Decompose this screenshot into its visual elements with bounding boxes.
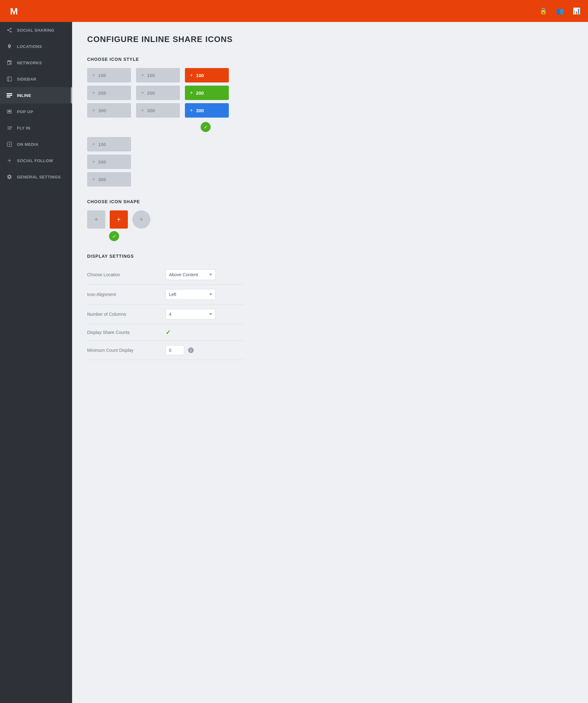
- icon-style-selected-check: ✓: [200, 122, 211, 132]
- style-roundflat-300[interactable]: + 300: [87, 172, 131, 186]
- sidebar-label-sidebar: Sidebar: [17, 77, 36, 82]
- shape-square-btn[interactable]: +: [87, 211, 105, 229]
- select-icon-alignment[interactable]: Left Center Right: [166, 289, 216, 300]
- control-display-share-counts: ✓: [166, 329, 244, 336]
- settings-row-location: Choose Location Above Content Below Cont…: [87, 265, 244, 285]
- svg-point-2: [7, 29, 9, 31]
- settings-table: Choose Location Above Content Below Cont…: [87, 265, 244, 360]
- svg-line-5: [8, 29, 10, 30]
- sidebar-label-networks: Networks: [17, 61, 42, 65]
- choose-icon-style-label: Choose Icon Style: [87, 57, 573, 62]
- icon-style-col-outline: + 100 + 200 + 300: [136, 68, 180, 132]
- sidebar-item-social-sharing[interactable]: Social Sharing: [0, 22, 72, 38]
- choose-icon-style-section: Choose Icon Style + 100 + 200 + 300: [87, 57, 573, 186]
- style-color-300[interactable]: + 300: [185, 103, 229, 118]
- shape-selected-check: ✓: [109, 231, 119, 241]
- style-flat-100[interactable]: + 100: [87, 68, 131, 82]
- location-icon: [6, 43, 12, 50]
- sidebar-label-locations: Locations: [17, 44, 42, 49]
- share-icon: [6, 27, 12, 33]
- label-choose-location: Choose Location: [87, 272, 166, 277]
- share-counts-check[interactable]: ✓: [166, 329, 171, 336]
- icon-style-grid: + 100 + 200 + 300 + 10: [87, 68, 573, 132]
- style-flat-200[interactable]: + 200: [87, 86, 131, 100]
- style-outline-100[interactable]: + 100: [136, 68, 180, 82]
- input-minimum-count[interactable]: [166, 345, 184, 355]
- shape-checkmark-row: ✓: [109, 231, 573, 241]
- label-minimum-count-display: Minimum Count Display: [87, 348, 166, 353]
- shape-circle-btn[interactable]: +: [132, 211, 151, 229]
- settings-row-min-count: Minimum Count Display i: [87, 341, 244, 360]
- control-icon-alignment: Left Center Right: [166, 289, 244, 300]
- sidebar-label-inline: Inline: [17, 93, 31, 98]
- icon-style-col-color: + 100 + 200 + 300 ✓: [185, 68, 229, 132]
- sidebar-item-social-follow[interactable]: Social Follow: [0, 152, 72, 169]
- sidebar-item-networks[interactable]: Networks: [0, 55, 72, 71]
- sidebar-item-general-settings[interactable]: General Settings: [0, 169, 72, 185]
- label-number-of-columns: Number of Columns: [87, 312, 166, 317]
- network-icon: [6, 60, 12, 66]
- control-number-of-columns: 1 2 3 4 5 6: [166, 309, 244, 319]
- page-title: Configure Inline Share Icons: [87, 34, 573, 44]
- choose-icon-shape-label: Choose Icon Shape: [87, 199, 573, 204]
- chart-icon[interactable]: 📊: [573, 7, 581, 15]
- flyin-icon: [6, 125, 12, 131]
- sidebar-item-flyin[interactable]: Fly In: [0, 120, 72, 136]
- display-settings-section: Display Settings Choose Location Above C…: [87, 254, 573, 360]
- style-color-100[interactable]: + 100: [185, 68, 229, 82]
- settings-icon: [6, 174, 12, 180]
- sidebar-label-social-sharing: Social Sharing: [17, 28, 54, 32]
- logo: M: [7, 3, 23, 19]
- sidebar-label-general-settings: General Settings: [17, 175, 61, 179]
- main-content: Configure Inline Share Icons Choose Icon…: [72, 22, 588, 703]
- style-roundflat-100[interactable]: + 100: [87, 137, 131, 151]
- style-color-200[interactable]: + 200: [185, 86, 229, 100]
- style-outline-300[interactable]: + 300: [136, 103, 180, 118]
- settings-row-icon-alignment: Icon Alignment Left Center Right: [87, 285, 244, 305]
- select-choose-location[interactable]: Above Content Below Content Both: [166, 269, 216, 280]
- sidebar-item-locations[interactable]: Locations: [0, 38, 72, 55]
- svg-rect-6: [7, 77, 12, 81]
- svg-marker-15: [9, 143, 11, 145]
- sidebar-item-sidebar[interactable]: Sidebar: [0, 71, 72, 87]
- control-minimum-count: i: [166, 345, 244, 355]
- sidebar-label-on-media: On Media: [17, 142, 38, 147]
- popup-icon: [6, 108, 12, 115]
- sidebar-icon: [6, 76, 12, 82]
- style-roundflat-200[interactable]: + 200: [87, 155, 131, 169]
- sidebar-label-flyin: Fly In: [17, 126, 30, 131]
- svg-rect-12: [8, 111, 11, 112]
- choose-icon-shape-section: Choose Icon Shape + + + ✓: [87, 199, 573, 241]
- people-icon[interactable]: 👥: [556, 7, 564, 15]
- inline-icon: [6, 92, 12, 98]
- icon-shape-row: + + +: [87, 211, 573, 229]
- settings-row-share-counts: Display Share Counts ✓: [87, 324, 244, 341]
- svg-marker-13: [11, 127, 12, 128]
- control-choose-location: Above Content Below Content Both: [166, 269, 244, 280]
- main-layout: Social Sharing Locations Networks Sideba…: [0, 22, 588, 703]
- sidebar-item-popup[interactable]: Pop Up: [0, 103, 72, 120]
- label-display-share-counts: Display Share Counts: [87, 330, 166, 335]
- sidebar-label-popup: Pop Up: [17, 109, 33, 114]
- svg-point-1: [10, 28, 12, 29]
- top-header: M 🔒 👥 📊: [0, 0, 588, 22]
- sidebar-item-inline[interactable]: Inline: [0, 87, 72, 103]
- media-icon: [6, 141, 12, 147]
- sidebar-label-social-follow: Social Follow: [17, 158, 53, 163]
- icon-style-grid-2: + 100 + 200 + 300: [87, 137, 573, 186]
- label-icon-alignment: Icon Alignment: [87, 292, 166, 297]
- style-outline-200[interactable]: + 200: [136, 86, 180, 100]
- select-number-of-columns[interactable]: 1 2 3 4 5 6: [166, 309, 216, 319]
- style-flat-300[interactable]: + 300: [87, 103, 131, 118]
- icon-style-col-roundflat: + 100 + 200 + 300: [87, 137, 131, 186]
- svg-rect-10: [7, 96, 10, 97]
- shape-rounded-btn[interactable]: +: [110, 211, 128, 229]
- svg-point-3: [10, 31, 12, 32]
- sidebar-item-on-media[interactable]: On Media: [0, 136, 72, 152]
- svg-text:M: M: [10, 6, 18, 16]
- sidebar: Social Sharing Locations Networks Sideba…: [0, 22, 72, 703]
- info-icon[interactable]: i: [188, 347, 194, 353]
- follow-icon: [6, 157, 12, 164]
- lock-icon[interactable]: 🔒: [539, 7, 547, 15]
- display-settings-label: Display Settings: [87, 254, 573, 259]
